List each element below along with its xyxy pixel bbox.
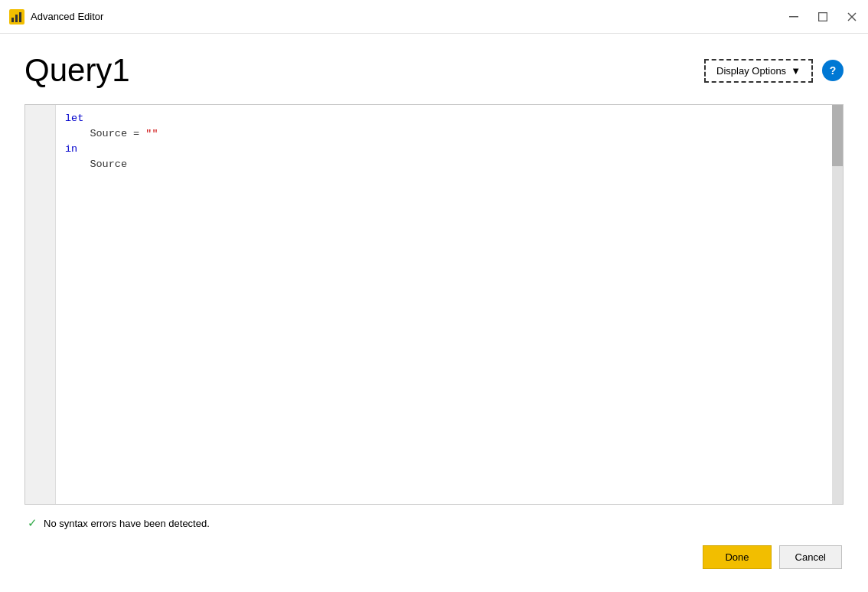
vertical-scrollbar[interactable] — [832, 105, 843, 504]
code-line-2: Source = "" — [65, 126, 823, 142]
svg-rect-4 — [789, 16, 798, 18]
minimize-button[interactable] — [787, 10, 801, 24]
svg-rect-5 — [819, 12, 827, 21]
line-number-1 — [25, 111, 55, 126]
close-button[interactable] — [845, 10, 859, 24]
svg-rect-3 — [19, 12, 21, 22]
code-source-assign: Source = — [90, 128, 145, 139]
line-number-4 — [25, 157, 55, 172]
footer-row: Done Cancel — [24, 537, 844, 577]
code-line-4: Source — [65, 157, 823, 172]
display-options-label: Display Options — [716, 65, 786, 77]
svg-rect-1 — [11, 18, 14, 22]
display-options-button[interactable]: Display Options ▼ — [704, 59, 813, 83]
code-source-ref: Source — [90, 159, 127, 170]
line-number-3 — [25, 142, 55, 157]
maximize-button[interactable] — [816, 10, 830, 24]
done-button[interactable]: Done — [703, 545, 771, 569]
line-numbers — [25, 105, 56, 504]
code-content[interactable]: let Source = "" in Source — [56, 105, 832, 504]
title-bar: Advanced Editor — [0, 0, 868, 34]
line-number-2 — [25, 126, 55, 142]
svg-rect-2 — [15, 15, 18, 22]
help-button[interactable]: ? — [822, 60, 844, 81]
advanced-editor-window: Advanced Editor Query1 Display Options — [0, 0, 868, 592]
title-bar-text: Advanced Editor — [31, 11, 787, 22]
header-row: Query1 Display Options ▼ ? — [24, 52, 844, 89]
title-bar-controls — [787, 10, 859, 24]
checkmark-icon: ✓ — [28, 516, 38, 530]
code-editor[interactable]: let Source = "" in Source — [24, 104, 844, 505]
dropdown-chevron-icon: ▼ — [791, 65, 801, 77]
keyword-in: in — [65, 143, 77, 155]
header-actions: Display Options ▼ ? — [704, 59, 844, 83]
app-icon — [9, 9, 24, 25]
code-line-1: let — [65, 111, 823, 126]
cancel-button[interactable]: Cancel — [779, 545, 842, 569]
scrollbar-thumb[interactable] — [832, 105, 843, 166]
code-line-3: in — [65, 142, 823, 157]
code-string-value: "" — [145, 128, 158, 139]
status-bar: ✓ No syntax errors have been detected. — [24, 509, 844, 537]
content-area: Query1 Display Options ▼ ? let S — [0, 34, 868, 592]
status-message: No syntax errors have been detected. — [44, 518, 210, 529]
query-title: Query1 — [24, 52, 130, 89]
keyword-let: let — [65, 113, 83, 124]
